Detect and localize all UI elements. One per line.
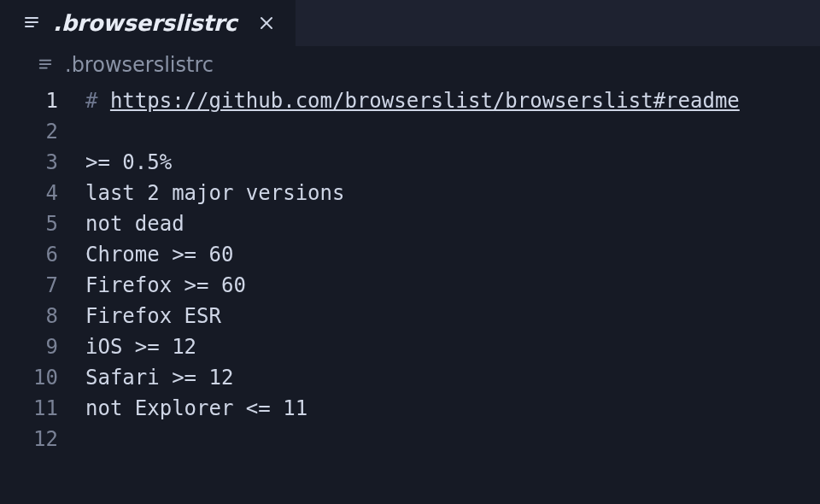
code-token: iOS >= 12 [85,335,196,359]
code-line[interactable]: # https://github.com/browserslist/browse… [85,85,820,116]
line-number: 4 [0,178,58,208]
line-number: 11 [0,393,58,424]
line-number: 9 [0,331,58,362]
code-token: last 2 major versions [85,181,344,205]
code-token: not dead [85,212,184,236]
line-number: 6 [0,239,58,270]
tab-browserslistrc[interactable]: .browserslistrc [0,0,296,46]
line-number: 1 [0,85,58,116]
text-lines-icon [22,14,41,32]
code-line[interactable]: Chrome >= 60 [85,239,820,270]
code-area[interactable]: # https://github.com/browserslist/browse… [85,85,820,454]
close-icon[interactable] [256,13,277,33]
breadcrumb[interactable]: .browserslistrc [36,53,214,77]
line-number: 5 [0,208,58,239]
editor[interactable]: 123456789101112 # https://github.com/bro… [0,84,820,454]
code-token: Firefox ESR [85,304,221,328]
line-number: 8 [0,301,58,331]
tab-label: .browserslistrc [53,10,237,36]
url-link[interactable]: https://github.com/browserslist/browsers… [110,89,740,113]
code-line[interactable]: not dead [85,208,820,239]
code-line[interactable] [85,424,820,454]
code-line[interactable]: >= 0.5% [85,147,820,178]
code-line[interactable]: Firefox >= 60 [85,270,820,301]
breadcrumb-bar: .browserslistrc [0,46,820,84]
code-token: Safari >= 12 [85,366,233,390]
tab-bar: .browserslistrc [0,0,820,46]
line-number: 3 [0,147,58,178]
code-token: Chrome >= 60 [85,243,233,267]
code-token: >= 0.5% [85,150,172,174]
line-number: 2 [0,116,58,147]
line-number: 7 [0,270,58,301]
code-token: # [85,89,110,113]
line-number: 10 [0,362,58,393]
code-line[interactable]: last 2 major versions [85,178,820,208]
gutter: 123456789101112 [0,85,85,454]
text-lines-icon [36,56,55,74]
code-line[interactable]: Firefox ESR [85,301,820,331]
breadcrumb-label: .browserslistrc [65,53,214,77]
code-token: not Explorer <= 11 [85,396,308,420]
line-number: 12 [0,424,58,454]
code-line[interactable] [85,116,820,147]
code-line[interactable]: not Explorer <= 11 [85,393,820,424]
code-line[interactable]: Safari >= 12 [85,362,820,393]
code-token: Firefox >= 60 [85,273,246,297]
code-line[interactable]: iOS >= 12 [85,331,820,362]
